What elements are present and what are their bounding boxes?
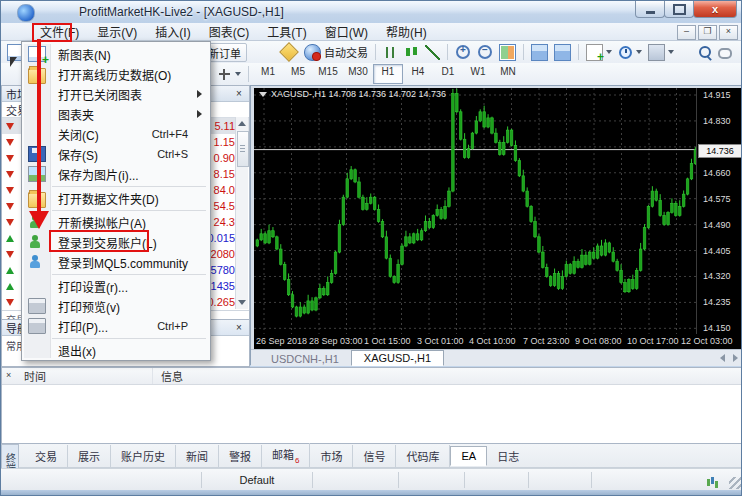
timeframe-m1[interactable]: M1	[253, 64, 283, 84]
menu-item-label: 退出(x)	[58, 342, 96, 359]
candlestick-button[interactable]	[401, 43, 422, 61]
menubar-item-6[interactable]: 窗口(W)	[316, 22, 377, 41]
time-axis[interactable]: 26 Sep 201828 Sep 03:001 Oct 15:003 Oct …	[254, 334, 741, 349]
zoom-in-button[interactable]	[452, 43, 474, 61]
file-menu-item-14[interactable]: 打印(P)...Ctrl+P	[22, 316, 210, 336]
scrollbar-thumb[interactable]	[237, 131, 249, 167]
mdi-close-button[interactable]: ×	[719, 25, 738, 40]
mail-count-badge: 6	[295, 456, 299, 465]
time-tick-label: 26 Sep 2018	[256, 336, 307, 346]
tab-scroll-right-icon[interactable]	[733, 354, 738, 362]
search-button[interactable]	[695, 43, 715, 61]
tile-windows-button[interactable]	[496, 43, 519, 61]
indicators-dropdown[interactable]	[583, 43, 615, 61]
timeframe-w1[interactable]: W1	[463, 64, 493, 84]
menu-item-label: 保存(S)	[58, 146, 98, 163]
terminal-column-message[interactable]: 信息	[153, 368, 183, 384]
close-icon[interactable]: ×	[233, 88, 245, 99]
timeframe-mn[interactable]: MN	[493, 64, 523, 84]
market-watch-scrollbar[interactable]	[235, 117, 248, 309]
mdi-window-controls: – ❐ ×	[677, 25, 738, 40]
scroll-down-icon[interactable]	[238, 300, 246, 305]
menubar-item-2[interactable]: 显示(V)	[88, 22, 146, 41]
file-menu-item-15[interactable]: 退出(x)	[22, 340, 210, 360]
close-button[interactable]: x	[693, 1, 737, 18]
mdi-restore-button[interactable]: ❐	[698, 25, 717, 40]
bar-chart-button[interactable]	[380, 43, 401, 61]
chart-collapse-icon[interactable]	[259, 92, 267, 97]
bid-price: 1435	[211, 280, 235, 292]
chart-tab-xagusdh1[interactable]: XAGUSD-,H1	[351, 350, 444, 366]
file-menu-item-8[interactable]: 打开数据文件夹(D)	[22, 188, 210, 208]
terminal-tab-账户历史[interactable]: 账户历史	[111, 445, 176, 467]
terminal-tab-ea[interactable]: EA	[450, 446, 487, 466]
menubar-item-4[interactable]: 图表(C)	[200, 22, 259, 41]
file-menu-item-12[interactable]: 打印设置(r)...	[22, 276, 210, 296]
menubar-item-7[interactable]: 帮助(H)	[377, 22, 436, 41]
file-menu-item-9[interactable]: 开新模拟帐户(A)	[22, 212, 210, 232]
auto-scroll-button[interactable]	[551, 43, 574, 61]
file-menu-item-11[interactable]: 登录到MQL5.community	[22, 252, 210, 272]
line-chart-button[interactable]	[422, 43, 443, 61]
chart-plot-area[interactable]: XAGUSD-,H1 14.708 14.736 14.702 14.736	[254, 88, 696, 334]
timeframe-h1[interactable]: H1	[373, 64, 403, 84]
terminal-column-time[interactable]: 时间	[2, 368, 153, 384]
status-cell	[465, 472, 529, 488]
timeframe-d1[interactable]: D1	[433, 64, 463, 84]
close-icon[interactable]: ×	[6, 370, 11, 380]
title-bar[interactable]: ProfitMarketHK-Live2 - [XAGUSD-,H1] x	[1, 1, 742, 23]
metaeditor-button[interactable]	[277, 43, 301, 61]
terminal-tab-展示[interactable]: 展示	[68, 445, 111, 467]
file-menu-item-5[interactable]: 关闭(C)Ctrl+F4	[22, 124, 210, 144]
menu-printer-icon	[28, 318, 46, 334]
file-menu-item-6[interactable]: 保存(S)Ctrl+S	[22, 144, 210, 164]
file-menu-item-2[interactable]: 打开离线历史数据(O)	[22, 64, 210, 84]
terminal-tab-交易[interactable]: 交易	[25, 445, 68, 467]
file-menu-item-13[interactable]: 打印预览(v)	[22, 296, 210, 316]
terminal-tab-代码库[interactable]: 代码库	[396, 445, 450, 467]
templates-dropdown[interactable]	[645, 43, 677, 61]
periods-dropdown[interactable]	[615, 43, 645, 61]
scroll-up-icon[interactable]	[238, 121, 246, 126]
bid-price: 2080	[211, 248, 235, 260]
maximize-button[interactable]	[664, 1, 694, 18]
mdi-minimize-button[interactable]: –	[677, 25, 696, 40]
file-menu-item-7[interactable]: 保存为图片(i)...	[22, 164, 210, 184]
chart-tab-usdcnhh1[interactable]: USDCNH-,H1	[259, 352, 351, 366]
minimize-button[interactable]	[635, 1, 665, 18]
close-icon[interactable]: ×	[233, 322, 245, 333]
autotrading-button[interactable]: 自动交易	[301, 43, 371, 61]
timeframe-h4[interactable]: H4	[403, 64, 433, 84]
candlestick-icon	[404, 45, 419, 60]
chart-shift-button[interactable]	[528, 43, 551, 61]
terminal-tab-信号[interactable]: 信号	[353, 445, 396, 467]
terminal-tab-新闻[interactable]: 新闻	[176, 445, 219, 467]
terminal-tab-市场[interactable]: 市场	[310, 445, 353, 467]
price-axis[interactable]: 14.91514.83014.74514.66014.57514.49014.4…	[696, 88, 742, 334]
menubar-item-3[interactable]: 插入(I)	[146, 22, 199, 41]
timeframe-m30[interactable]: M30	[343, 64, 373, 84]
timeframe-m15[interactable]: M15	[313, 64, 343, 84]
price-tick-label: 14.575	[703, 194, 731, 204]
file-menu-item-1[interactable]: 新图表(N)	[22, 44, 210, 64]
file-menu-item-10[interactable]: 登录到交易账户(L)	[22, 232, 210, 252]
candlestick-chart[interactable]	[254, 88, 696, 334]
crosshair-tool-button[interactable]	[214, 65, 244, 83]
menu-item-label: 打开数据文件夹(D)	[58, 190, 159, 207]
menubar-item-1[interactable]: 文件(F)	[31, 22, 88, 41]
terminal-tab-日志[interactable]: 日志	[487, 445, 529, 467]
timeframe-m5[interactable]: M5	[283, 64, 313, 84]
terminal-tab-邮箱[interactable]: 邮箱6	[262, 443, 310, 467]
file-menu-item-4[interactable]: 图表夹	[22, 104, 210, 124]
terminal-tab-警报[interactable]: 警报	[219, 445, 262, 467]
status-template[interactable]: Default	[202, 472, 313, 488]
menubar-item-5[interactable]: 工具(T)	[258, 22, 315, 41]
resize-grip[interactable]	[729, 477, 741, 489]
time-tick-label: 3 Oct 01:00	[417, 336, 464, 346]
autotrading-icon	[304, 44, 321, 61]
chevron-down-icon	[636, 50, 642, 54]
zoom-out-button[interactable]	[474, 43, 496, 61]
file-menu-item-3[interactable]: 打开已关闭图表	[22, 84, 210, 104]
tab-scroll-left-icon[interactable]	[720, 354, 725, 362]
chat-button[interactable]	[715, 43, 735, 61]
